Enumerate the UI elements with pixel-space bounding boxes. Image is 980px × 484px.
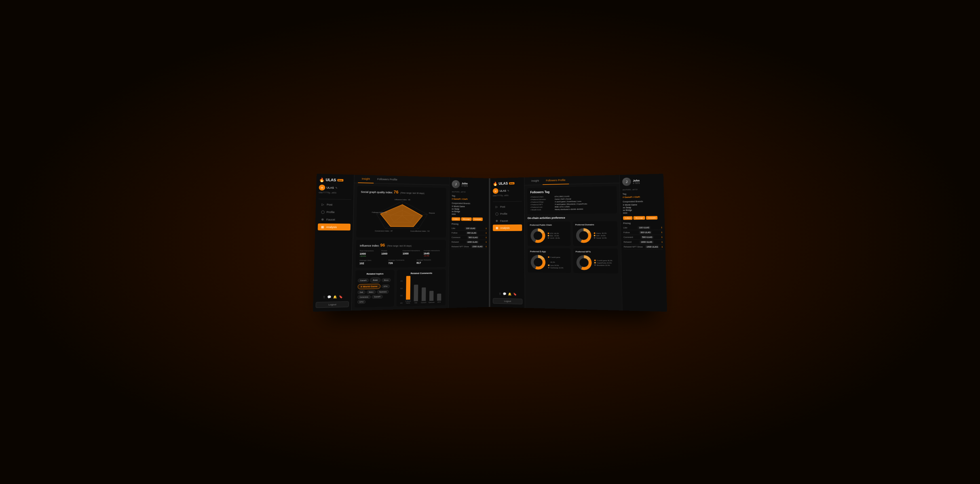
nav-item-profile[interactable]: ◯ Profile	[318, 208, 351, 216]
brand-2: xx Bridge	[452, 210, 487, 212]
right-bell-icon[interactable]: 🔔	[508, 292, 511, 296]
legend-text-lens: Lens 34.5%	[550, 264, 559, 266]
right-divider	[493, 201, 522, 202]
compare-button[interactable]: Compare	[473, 217, 483, 221]
tab-followers-profile[interactable]: Followers Profile	[374, 175, 401, 184]
profile-tag-defi: # DeFi	[461, 198, 468, 200]
price-value-retweet-nft: 1500 ULAS	[471, 245, 484, 248]
legend-dot-social	[594, 237, 595, 238]
price-row-comment: Comment 500 ULAS ℹ	[452, 235, 487, 240]
right-bookmark-icon[interactable]: 🔖	[513, 292, 516, 296]
bar-group-4: Opensea	[428, 291, 434, 303]
tag-key-coin: • Preferred coin:	[530, 206, 554, 208]
legend-game: Game 46.2%	[594, 232, 606, 234]
donut-legend-nfts: X world game 46.2% CryptoPunks 34.5%	[594, 259, 612, 266]
right-profile-tag-defi: # DeFi	[633, 196, 640, 198]
right-profile-id: # 7373	[633, 182, 640, 184]
legend-dot-sushi	[548, 267, 549, 268]
right-post-icon: ▷	[495, 205, 498, 208]
right-main-content: Insight Followers Profile Followers Tag …	[524, 175, 622, 311]
legend-text-bsc: BSC	[550, 235, 554, 236]
legend-text-moonbirds: Moonbirds 19.3%	[597, 264, 610, 266]
right-sidebar-user: U ULAS ✎ ulas77770y...a80c	[493, 188, 522, 197]
share-icon[interactable]: ⇧	[322, 296, 325, 299]
right-nav-item-profile[interactable]: ◯ Profile	[493, 210, 522, 217]
y-label-400: 400	[400, 280, 403, 282]
right-nav-item-faucet[interactable]: ⊕ Faucet	[493, 217, 522, 224]
donut-legend-chain: ETH 46.2% BSC 34.5%	[547, 233, 560, 239]
nav-label-faucet: Faucet	[326, 218, 335, 221]
legend-dot-xwg	[548, 256, 549, 258]
right-tab-insight[interactable]: Insight	[528, 177, 542, 185]
tag-value-coin: BNB | ETH | USDC	[555, 206, 570, 208]
profile-tag-gamefi: # GameFi	[452, 198, 461, 200]
legend-dot-ulas	[548, 237, 549, 239]
right-price-label-comment: Comment	[624, 236, 633, 238]
price-icon-like: ℹ	[486, 227, 487, 230]
bottom-section: Related topics GameFi Axie Moove X World…	[355, 269, 446, 308]
tag-value-chain: ETH | BSC | ULAS	[555, 196, 570, 198]
bar-group-5: ETH	[436, 294, 442, 303]
sidebar-bottom: ⇧ 💬 🔔 🔖 Logout	[316, 295, 349, 308]
user-row: U ULAS ✎	[319, 185, 352, 191]
profile-avatar: J	[452, 180, 460, 188]
right-price-label-follow: Follow	[623, 232, 630, 233]
tag-value-nft: X world game | Moonbirds | CryptoPunks	[555, 203, 587, 205]
right-profile-address: abe76263...a6722	[622, 188, 661, 191]
message-button[interactable]: Message	[461, 217, 472, 221]
nav-item-post[interactable]: ▷ Post	[318, 201, 351, 208]
svg-marker-8	[380, 204, 423, 227]
right-logo-badge: Beta	[509, 182, 514, 185]
right-price-icon-retweet-nft: ℹ	[662, 246, 663, 248]
tag-opensea: Opensea	[377, 290, 389, 294]
price-label-retweet: Retweet	[452, 241, 459, 243]
right-tab-followers-profile[interactable]: Followers Profile	[542, 176, 569, 185]
right-collect-button[interactable]: Collect	[623, 216, 633, 220]
right-sidebar-bottom: ⇧ 💬 🔔 🔖 Logout	[493, 292, 522, 304]
radar-container: Influence Index : 90 Reputation Index : …	[360, 196, 443, 235]
bookmark-icon[interactable]: 🔖	[339, 295, 342, 298]
stat-total-interactions: Total Interactions 1000 +10.0%	[360, 250, 379, 257]
quality-score: 76	[394, 190, 398, 195]
right-message-button[interactable]: Message	[633, 216, 645, 220]
legend-bsc: BSC 34.5%	[547, 235, 560, 236]
bell-icon[interactable]: 🔔	[333, 295, 337, 299]
left-main-content: Insight Followers Profile Social graph q…	[352, 175, 449, 311]
right-username: ULAS	[500, 189, 506, 192]
logout-button[interactable]: Logout	[316, 301, 349, 308]
nav-item-analysis[interactable]: ▦ Analysis	[318, 224, 350, 230]
donut-legend-dapp: X world game 46.2% Lens 34.5%	[548, 256, 563, 269]
right-nav-item-analysis[interactable]: ▦ Analysis	[493, 225, 522, 232]
right-nav-item-post[interactable]: ▷ Post	[493, 203, 522, 210]
tab-insight[interactable]: Insight	[358, 175, 374, 184]
bar-axie	[414, 285, 418, 302]
right-chat-icon[interactable]: 💬	[503, 292, 506, 296]
right-share-icon[interactable]: ⇧	[499, 292, 501, 295]
donut-grid: Preferred Public Chain	[527, 221, 618, 274]
topics-title: Related topics	[358, 272, 392, 275]
right-edit-icon[interactable]: ✎	[507, 189, 509, 192]
stat-avg-comments: Average Comments 726	[388, 259, 415, 265]
edit-icon[interactable]: ✎	[335, 187, 337, 189]
left-sidebar: 🔥 ULAS Beta U ULAS ✎ ulas77770y...a80c	[313, 174, 355, 312]
collect-button[interactable]: Collect	[452, 217, 460, 220]
right-profile-avatar: J	[622, 177, 631, 186]
right-compare-button[interactable]: Compare	[646, 216, 658, 220]
tag-key-chain: • Preferred chain:	[530, 196, 554, 198]
brand-3: xxxx	[452, 213, 487, 215]
nav-item-faucet[interactable]: ⊕ Faucet	[318, 216, 351, 223]
right-logout-button[interactable]: Logout	[493, 298, 522, 304]
svg-text:Conversion Index : 87: Conversion Index : 87	[375, 230, 393, 232]
brands-list: X World Game xx Swap xx Bridge xxxx	[452, 205, 487, 215]
right-brands-section: Cooperated Brands X World Game xx Swap x…	[623, 200, 662, 214]
right-price-row-retweet: Retweet 1000 ULAS ℹ	[624, 240, 663, 245]
profile-tags: # GameFi # DeFi	[452, 198, 487, 200]
chat-icon[interactable]: 💬	[327, 295, 331, 299]
legend-pct-game: 46.2%	[602, 232, 606, 234]
legend-text-game: Game	[597, 232, 601, 234]
right-logo-icon: 🔥	[493, 181, 498, 186]
right-profile-user: J John # 7373	[622, 177, 661, 186]
sidebar-nav: ▷ Post ◯ Profile ⊕ Faucet ▦ Analysis	[316, 201, 351, 296]
price-label-follow: Follow	[452, 232, 457, 234]
bars: X World Game Axie GameFi	[405, 280, 442, 304]
